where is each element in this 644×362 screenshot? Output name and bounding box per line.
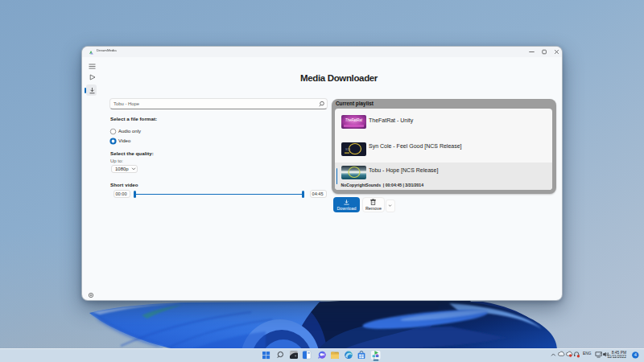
svg-text:4: 4 [634,352,637,357]
svg-text:11/11/2022: 11/11/2022 [607,355,626,359]
svg-text:8:45 PM: 8:45 PM [612,351,626,355]
svg-text:ENG: ENG [583,352,592,356]
svg-text:SCS: SCS [345,148,350,151]
svg-text:TheFatRat: TheFatRat [345,118,363,122]
